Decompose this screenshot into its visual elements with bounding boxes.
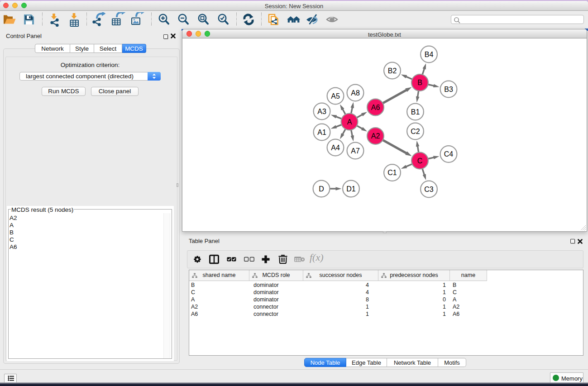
svg-text:A4: A4: [331, 144, 340, 152]
svg-text:C1: C1: [387, 169, 397, 176]
svg-text:A5: A5: [331, 92, 340, 100]
svg-text:A: A: [347, 118, 352, 126]
svg-text:A8: A8: [351, 89, 360, 97]
svg-text:D1: D1: [346, 185, 356, 193]
svg-text:B: B: [417, 79, 422, 86]
svg-text:B2: B2: [388, 67, 397, 75]
svg-text:A6: A6: [371, 104, 380, 111]
svg-text:C2: C2: [411, 128, 420, 135]
svg-text:B4: B4: [425, 51, 434, 58]
svg-text:D: D: [319, 185, 324, 193]
svg-text:A1: A1: [317, 129, 326, 136]
svg-text:C3: C3: [424, 186, 434, 193]
svg-text:C: C: [417, 157, 423, 165]
svg-text:B3: B3: [444, 86, 453, 93]
svg-text:A7: A7: [351, 147, 360, 155]
svg-text:B1: B1: [411, 108, 420, 116]
svg-text:C4: C4: [444, 150, 454, 158]
svg-text:A3: A3: [317, 108, 326, 115]
svg-text:A2: A2: [371, 132, 380, 140]
